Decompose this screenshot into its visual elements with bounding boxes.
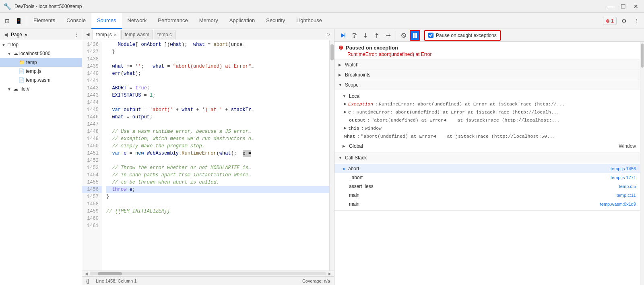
code-line: }	[106, 193, 329, 200]
tab-sources[interactable]: Sources	[91, 13, 122, 29]
pause-exceptions-label[interactable]: Pause on caught exceptions	[436, 33, 497, 38]
code-area[interactable]: 1436 1437 1438 1439 1440 1441 1442 1443 …	[82, 40, 334, 271]
scope-item-exception[interactable]: ▶ Exception : RuntimeError: abort(undefi…	[334, 101, 640, 109]
pause-on-exceptions-button[interactable]	[410, 30, 420, 41]
watch-header[interactable]: ▶ Watch	[334, 60, 640, 70]
call-stack-header[interactable]: ▼ Call Stack	[334, 153, 640, 163]
editor-tabs: ◀ temp.js ✕ temp.wasm temp.c ▷	[82, 29, 334, 40]
scope-header[interactable]: ▼ Scope	[334, 80, 640, 90]
call-fn-_abort: _abort	[343, 175, 363, 180]
step-into-button[interactable]	[360, 30, 371, 41]
step-out-button[interactable]	[372, 30, 382, 41]
svg-marker-4	[353, 37, 355, 38]
scope-item-this[interactable]: ▶ this : Window	[334, 125, 640, 133]
tab-memory[interactable]: Memory	[194, 13, 224, 29]
settings-button[interactable]: ⚙	[618, 15, 630, 27]
tab-lighthouse[interactable]: Lighthouse	[291, 13, 328, 29]
svg-line-12	[402, 34, 405, 37]
maximize-button[interactable]: ☐	[618, 2, 628, 10]
tab-application[interactable]: Application	[224, 13, 261, 29]
debugger-sections: ▶ Watch ▶ Breakpoints ▼	[334, 60, 640, 285]
call-loc-assert_less: temp.c:5	[619, 184, 636, 189]
deactivate-breakpoints-button[interactable]	[398, 30, 409, 41]
tab-console[interactable]: Console	[61, 13, 91, 29]
horizontal-scrollbar[interactable]: ◀ ▶	[82, 271, 334, 276]
device-toggle-button[interactable]: 📱	[13, 15, 24, 27]
add-tab-button[interactable]: ▷	[324, 31, 332, 39]
scroll-thumb[interactable]	[98, 272, 122, 275]
editor-scroll-thumb[interactable]	[330, 44, 334, 60]
local-header[interactable]: ▼ Local	[334, 91, 640, 101]
code-content[interactable]: Module[ onAbort ](what); what = abort(un…	[102, 40, 329, 271]
call-loc-_abort: temp.js:1771	[611, 175, 636, 180]
more-button[interactable]: ⋮	[631, 15, 642, 27]
call-item-main-c[interactable]: main temp.c:11	[334, 191, 640, 200]
svg-rect-1	[345, 33, 345, 37]
call-item-abort[interactable]: ➤ abort temp.js:1456	[334, 164, 640, 173]
line-numbers: 1436 1437 1438 1439 1440 1441 1442 1443 …	[82, 40, 102, 271]
code-line	[106, 222, 329, 229]
file-tree: ▼ □ top ▼ ☁ localhost:5000 📁 temp 📄 temp…	[0, 40, 82, 285]
scope-item-e[interactable]: ▶ e : RuntimeError: abort(undefined) at …	[334, 109, 640, 117]
right-panel-scrollbar[interactable]	[640, 42, 644, 285]
file-tab-tempjs[interactable]: temp.js ✕	[93, 30, 120, 39]
minimize-button[interactable]: —	[605, 2, 615, 10]
scope-arrow: ▼	[339, 83, 343, 87]
global-header[interactable]: ▶ Global Window	[334, 141, 640, 151]
code-line	[106, 215, 329, 222]
sidebar-options-button[interactable]: ⋮	[74, 32, 79, 37]
tree-label-tempjs: temp.js	[26, 68, 41, 74]
resume-button[interactable]	[338, 30, 348, 41]
inspect-element-button[interactable]: ⊡	[2, 15, 13, 27]
pause-on-caught-exceptions[interactable]: Pause on caught exceptions	[424, 30, 501, 41]
tab-security[interactable]: Security	[260, 13, 291, 29]
js-file-icon: 📄	[19, 68, 25, 74]
tree-item-localhost[interactable]: ▼ ☁ localhost:5000	[0, 49, 82, 58]
call-item-_abort[interactable]: _abort temp.js:1771	[334, 173, 640, 182]
svg-marker-2	[355, 33, 357, 35]
call-stack-content: ➤ abort temp.js:1456 _abort temp.js:1771	[334, 163, 640, 210]
right-scroll-thumb[interactable]	[641, 43, 644, 68]
debugger-content: ⊗ Paused on exception RuntimeError: abor…	[334, 42, 640, 285]
tree-item-temp[interactable]: 📁 temp	[0, 58, 82, 67]
scroll-track[interactable]	[90, 272, 326, 275]
tab-network[interactable]: Network	[122, 13, 153, 29]
local-label: Local	[349, 93, 361, 99]
file-tab-tempwasm[interactable]: temp.wasm	[121, 30, 153, 39]
file-tab-close[interactable]: ✕	[114, 33, 117, 37]
call-item-main-wasm[interactable]: main temp.wasm:0x1d9	[334, 200, 640, 209]
error-badge[interactable]: ⊗ 1	[603, 17, 617, 25]
tree-item-tempwasm[interactable]: 📄 temp.wasm	[0, 76, 82, 85]
code-line: // Use a wasm runtime error, because a J…	[106, 128, 329, 135]
svg-rect-13	[413, 33, 415, 38]
tree-item-file[interactable]: ▼ ☁ file://	[0, 85, 82, 93]
editor-nav-left[interactable]: ◀	[84, 31, 92, 39]
step-button[interactable]	[383, 30, 393, 41]
scroll-right-button[interactable]: ▶	[327, 272, 332, 276]
format-button[interactable]: {}	[86, 278, 89, 284]
breakpoints-header[interactable]: ▶ Breakpoints	[334, 70, 640, 80]
local-arrow: ▼	[343, 94, 347, 98]
tab-performance[interactable]: Performance	[152, 13, 193, 29]
tree-item-top[interactable]: ▼ □ top	[0, 40, 82, 49]
file-tab-tempc[interactable]: temp.c	[154, 30, 175, 39]
call-item-assert_less[interactable]: assert_less temp.c:5	[334, 182, 640, 191]
server-icon: ☁	[13, 51, 18, 56]
tab-elements[interactable]: Elements	[28, 13, 61, 29]
scroll-left-button[interactable]: ◀	[84, 272, 89, 276]
call-loc-main-c: temp.c:11	[617, 193, 636, 198]
what-colon: :	[357, 134, 360, 139]
main-tabs: Elements Console Sources Network Perform…	[28, 13, 603, 29]
exception-title: ⊗ Paused on exception	[339, 44, 636, 51]
tree-label-file: file://	[19, 86, 29, 92]
page-more-button[interactable]: »	[25, 32, 27, 37]
editor-scrollbar[interactable]	[329, 40, 334, 271]
what-key: what	[344, 134, 355, 139]
tree-item-tempjs[interactable]: 📄 temp.js	[0, 67, 82, 76]
step-over-button[interactable]	[349, 30, 359, 41]
status-bar: {} Line 1458, Column 1 Coverage: n/a	[82, 276, 334, 285]
pause-exceptions-checkbox[interactable]	[428, 33, 433, 38]
global-value: Window	[619, 143, 636, 149]
sidebar-collapse-button[interactable]: ◀	[2, 31, 9, 38]
close-button[interactable]: ✕	[631, 2, 641, 10]
